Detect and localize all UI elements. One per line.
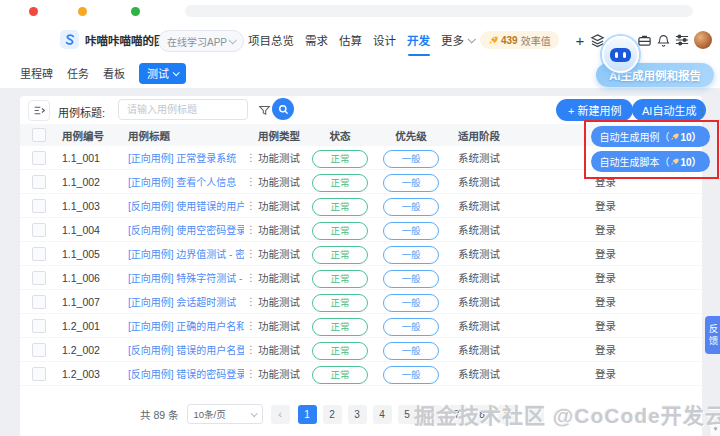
nav-item-estimation[interactable]: 估算 xyxy=(339,32,362,48)
stage-cell: 系统测试 xyxy=(450,150,580,165)
minimize-window-icon[interactable] xyxy=(78,7,87,16)
case-title-link[interactable]: [反向用例] 使用错误的用户名登录系统 xyxy=(128,198,244,213)
priority-badge: 一般 xyxy=(383,222,439,240)
maximize-window-icon[interactable] xyxy=(131,7,140,16)
feedback-tab[interactable]: 反馈 xyxy=(705,316,720,354)
row-actions-icon[interactable]: ⋮ xyxy=(246,320,256,331)
row-actions-icon[interactable]: ⋮ xyxy=(246,344,256,355)
module-cell: 登录 xyxy=(580,366,702,381)
menu-item-generate-cases[interactable]: 自动生成用例（ 10） xyxy=(591,126,710,147)
table-row[interactable]: 1.1_006 [正向用例] 特殊字符测试 - 用户名包... ⋮ 功能测试 正… xyxy=(20,266,702,290)
close-window-icon[interactable] xyxy=(29,7,38,16)
row-checkbox[interactable] xyxy=(32,319,46,333)
case-title-search-input[interactable] xyxy=(118,99,248,120)
case-title-link[interactable]: [正向用例] 正常登录系统 xyxy=(128,150,244,165)
rocket-icon xyxy=(670,132,679,141)
case-title-link[interactable]: [反向用例] 错误的密码登录 xyxy=(128,366,244,381)
row-checkbox[interactable] xyxy=(32,295,46,309)
case-type-cell: 功能测试 xyxy=(256,246,308,261)
window-titlebar xyxy=(0,0,720,22)
filter-funnel-icon[interactable] xyxy=(258,103,271,121)
case-title-link[interactable]: [正向用例] 边界值测试 - 密码长度边... xyxy=(128,246,244,261)
row-actions-icon[interactable]: ⋮ xyxy=(246,152,256,163)
ai-assistant-robot-icon[interactable] xyxy=(602,36,639,73)
collapse-sidebar-button[interactable] xyxy=(28,100,50,121)
row-checkbox[interactable] xyxy=(32,343,46,357)
table-row[interactable]: 1.2_003 [反向用例] 错误的密码登录 ⋮ 功能测试 正常 一般 系统测试… xyxy=(20,362,702,386)
row-actions-icon[interactable]: ⋮ xyxy=(246,224,256,235)
new-case-button[interactable]: + 新建用例 xyxy=(556,99,633,121)
bell-icon[interactable] xyxy=(657,34,670,47)
priority-badge: 一般 xyxy=(383,150,439,168)
header-nav: 项目总览 需求 估算 设计 开发 更多 xyxy=(248,22,474,58)
stage-cell: 系统测试 xyxy=(450,198,580,213)
row-actions-icon[interactable]: ⋮ xyxy=(246,296,256,307)
page-button-2[interactable]: 2 xyxy=(323,405,342,424)
stage-cell: 系统测试 xyxy=(450,366,580,381)
row-actions-icon[interactable]: ⋮ xyxy=(246,272,256,283)
toolbar-more-icon[interactable]: ⋮ xyxy=(696,99,710,121)
case-title-link[interactable]: [反向用例] 使用空密码登录系统 xyxy=(128,222,244,237)
module-cell: 登录 xyxy=(580,198,702,213)
row-checkbox[interactable] xyxy=(32,151,46,165)
case-title-link[interactable]: [正向用例] 正确的用户名和密码登录 xyxy=(128,318,244,333)
priority-badge: 一般 xyxy=(383,246,439,264)
prev-page-button[interactable]: ‹ xyxy=(271,405,290,424)
nav-item-design[interactable]: 设计 xyxy=(373,32,396,48)
table-row[interactable]: 1.1_007 [正向用例] 会话超时测试 ⋮ 功能测试 正常 一般 系统测试 … xyxy=(20,290,702,314)
efficiency-badge[interactable]: 439 效率值 xyxy=(480,31,559,49)
case-title-link[interactable]: [正向用例] 查看个人信息 xyxy=(128,174,244,189)
efficiency-label: 效率值 xyxy=(521,33,551,48)
search-icon xyxy=(278,104,289,115)
select-all-checkbox[interactable] xyxy=(32,128,46,142)
page-button-4[interactable]: 4 xyxy=(373,405,392,424)
nav-item-overview[interactable]: 项目总览 xyxy=(248,32,294,48)
subnav-item-test-active[interactable]: 测试 xyxy=(139,63,186,84)
case-id-cell: 1.1_001 xyxy=(48,152,114,164)
row-checkbox[interactable] xyxy=(32,199,46,213)
case-title-link[interactable]: [正向用例] 特殊字符测试 - 用户名包... xyxy=(128,270,244,285)
table-row[interactable]: 1.2_002 [反向用例] 错误的用户名登录 ⋮ 功能测试 正常 一般 系统测… xyxy=(20,338,702,362)
menu-item-generate-scripts[interactable]: 自动生成脚本（ 10） xyxy=(591,151,710,172)
stage-cell: 系统测试 xyxy=(450,318,580,333)
nav-item-requirements[interactable]: 需求 xyxy=(305,32,328,48)
table-row[interactable]: 1.1_004 [反向用例] 使用空密码登录系统 ⋮ 功能测试 正常 一般 系统… xyxy=(20,218,702,242)
table-row[interactable]: 1.1_005 [正向用例] 边界值测试 - 密码长度边... ⋮ 功能测试 正… xyxy=(20,242,702,266)
case-type-cell: 功能测试 xyxy=(256,318,308,333)
page-button-3[interactable]: 3 xyxy=(348,405,367,424)
module-cell: 登录 xyxy=(580,246,702,261)
sliders-icon[interactable] xyxy=(675,33,689,47)
row-actions-icon[interactable]: ⋮ xyxy=(246,368,256,379)
row-checkbox[interactable] xyxy=(32,223,46,237)
subnav-item-tasks[interactable]: 任务 xyxy=(67,65,89,81)
user-avatar[interactable] xyxy=(694,31,712,49)
case-title-link[interactable]: [正向用例] 会话超时测试 xyxy=(128,294,244,309)
row-actions-icon[interactable]: ⋮ xyxy=(246,176,256,187)
row-checkbox[interactable] xyxy=(32,367,46,381)
subnav-item-milestone[interactable]: 里程碑 xyxy=(20,65,53,81)
row-checkbox[interactable] xyxy=(32,175,46,189)
nav-item-more[interactable]: 更多 xyxy=(441,32,474,48)
subnav-item-board[interactable]: 看板 xyxy=(103,65,125,81)
nav-item-development[interactable]: 开发 xyxy=(407,32,430,48)
case-title-link[interactable]: [反向用例] 错误的用户名登录 xyxy=(128,342,244,357)
layers-icon[interactable] xyxy=(590,33,605,48)
project-select[interactable]: 在线学习APP xyxy=(158,30,244,52)
row-checkbox[interactable] xyxy=(32,271,46,285)
search-button[interactable] xyxy=(272,98,294,120)
table-row[interactable]: 1.1_003 [反向用例] 使用错误的用户名登录系统 ⋮ 功能测试 正常 一般… xyxy=(20,194,702,218)
page-size-select[interactable]: 10条/页 xyxy=(187,404,263,424)
row-actions-icon[interactable]: ⋮ xyxy=(246,200,256,211)
add-icon[interactable]: + xyxy=(575,33,585,48)
stage-cell: 系统测试 xyxy=(450,294,580,309)
row-checkbox[interactable] xyxy=(32,247,46,261)
briefcase-icon[interactable] xyxy=(637,33,652,48)
row-actions-icon[interactable]: ⋮ xyxy=(246,248,256,259)
app-logo-icon[interactable] xyxy=(60,30,79,49)
table-row[interactable]: 1.2_001 [正向用例] 正确的用户名和密码登录 ⋮ 功能测试 正常 一般 … xyxy=(20,314,702,338)
case-type-cell: 功能测试 xyxy=(256,366,308,381)
status-badge: 正常 xyxy=(312,222,368,240)
case-type-cell: 功能测试 xyxy=(256,342,308,357)
page-button-1[interactable]: 1 xyxy=(298,405,317,424)
column-header-stage: 适用阶段 xyxy=(450,128,580,143)
